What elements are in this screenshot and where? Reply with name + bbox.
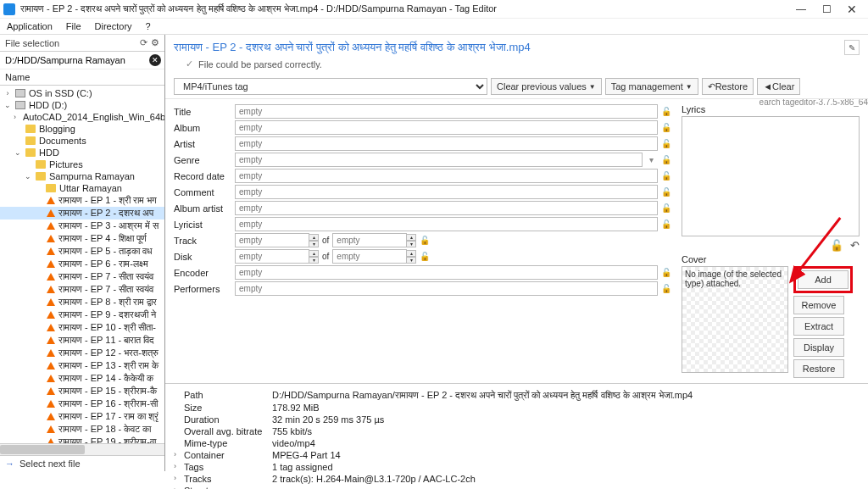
maximize-button[interactable]: ☐: [814, 1, 839, 18]
tree-item[interactable]: ⌄HDD: [0, 147, 164, 158]
minimize-button[interactable]: —: [788, 1, 814, 18]
tree-item[interactable]: रामायण - EP 12 - भरत-शत्रु: [0, 347, 164, 359]
tree-item[interactable]: रामायण - EP 3 - आश्रम में स: [0, 219, 164, 232]
disk-total-input[interactable]: [332, 249, 407, 264]
cover-remove-button[interactable]: Remove: [793, 296, 844, 314]
album-input[interactable]: [235, 120, 658, 135]
file-tree[interactable]: ›OS in SSD (C:)⌄HDD (D:)›AutoCAD_2014_En…: [0, 86, 164, 443]
edit-title-button[interactable]: ✎: [844, 40, 860, 55]
select-next-file[interactable]: →Select next file: [0, 455, 164, 471]
artist-input[interactable]: [235, 136, 658, 151]
tree-item[interactable]: रामायण - EP 9 - दशरथजी ने: [0, 308, 164, 321]
encoder-input[interactable]: [235, 265, 658, 280]
menu-help[interactable]: ?: [146, 21, 151, 31]
tree-item[interactable]: रामायण - EP 1 - श्री राम भग: [0, 194, 164, 207]
cover-restore-button[interactable]: Restore: [793, 359, 844, 378]
check-icon: ✓: [186, 58, 193, 69]
tree-item[interactable]: रामायण - EP 18 - केवट का: [0, 423, 164, 436]
tag-management-button[interactable]: Tag management▼: [605, 78, 698, 95]
tag-type-select[interactable]: MP4/iTunes tag: [174, 78, 487, 95]
track-input[interactable]: [235, 233, 309, 247]
app-icon: [3, 3, 15, 15]
close-button[interactable]: ✕: [839, 1, 865, 18]
tree-item[interactable]: रामायण - EP 17 - राम का श्रृं: [0, 410, 164, 423]
tree-item[interactable]: रामायण - EP 11 - बारात विद: [0, 334, 164, 347]
disk-input[interactable]: [235, 249, 309, 264]
menubar: Application File Directory ?: [0, 19, 868, 35]
cover-display-button[interactable]: Display: [793, 338, 844, 357]
recdate-input[interactable]: [235, 169, 658, 183]
lock-icon[interactable]: 🔓: [830, 239, 843, 252]
file-title: रामायण - EP 2 - दशरथ अपने चारों पुत्रों …: [174, 41, 844, 54]
restore-button[interactable]: ↶ Restore: [702, 78, 754, 95]
clear-path-icon[interactable]: ✕: [149, 54, 161, 66]
undo-icon[interactable]: ↶: [850, 239, 860, 252]
h-scrollbar[interactable]: [0, 443, 164, 455]
parse-status: ✓ File could be parsed correctly.: [165, 58, 868, 75]
menu-directory[interactable]: Directory: [95, 21, 132, 31]
name-column-header[interactable]: Name: [0, 69, 164, 86]
tree-item[interactable]: ⌄HDD (D:): [0, 99, 164, 111]
performers-input[interactable]: [235, 281, 658, 296]
tree-item[interactable]: ›AutoCAD_2014_English_Win_64b: [0, 111, 164, 123]
tree-item[interactable]: रामायण - EP 5 - ताड़का वध: [0, 245, 164, 258]
tree-item[interactable]: रामायण - EP 8 - श्री राम द्वार: [0, 296, 164, 308]
tree-item[interactable]: रामायण - EP 19 - श्रीराम-वा: [0, 436, 164, 443]
clear-previous-button[interactable]: Clear previous values▼: [491, 78, 602, 95]
titlebar: रामायण - EP 2 - दशरथ अपने चारों पुत्रों …: [0, 0, 868, 19]
tree-item[interactable]: रामायण - EP 13 - श्री राम के: [0, 359, 164, 372]
albumartist-input[interactable]: [235, 201, 658, 215]
tree-item[interactable]: रामायण - EP 7 - सीता स्वयंव: [0, 270, 164, 283]
tree-item[interactable]: ›OS in SSD (C:): [0, 87, 164, 99]
title-input[interactable]: [235, 104, 658, 119]
path-input[interactable]: [3, 53, 147, 67]
cover-add-button[interactable]: Add: [798, 270, 849, 289]
tree-item[interactable]: Pictures: [0, 158, 164, 170]
cover-extract-button[interactable]: Extract: [793, 317, 844, 336]
tree-item[interactable]: रामायण - EP 10 - श्री सीता-: [0, 321, 164, 334]
tree-item[interactable]: रामायण - EP 16 - श्रीराम-सी: [0, 397, 164, 410]
lyrics-box[interactable]: [682, 116, 860, 236]
comment-input[interactable]: [235, 185, 658, 199]
tree-item[interactable]: Blogging: [0, 123, 164, 135]
lyricist-input[interactable]: [235, 217, 658, 231]
tree-item[interactable]: रामायण - EP 14 - कैकेयी क: [0, 372, 164, 385]
tree-item[interactable]: रामायण - EP 4 - शिक्षा पूर्ण: [0, 232, 164, 245]
lyrics-label: Lyrics: [682, 104, 860, 114]
clear-button[interactable]: ◄ Clear: [757, 78, 800, 95]
menu-file[interactable]: File: [66, 21, 81, 31]
tree-item[interactable]: रामायण - EP 7 - सीता स्वयंव: [0, 283, 164, 296]
track-total-input[interactable]: [332, 233, 407, 247]
refresh-icon[interactable]: ⟳: [140, 37, 147, 47]
filter-icon[interactable]: ⚙: [151, 37, 159, 47]
cover-preview: No image (of the selected type) attached…: [682, 266, 788, 373]
cover-label: Cover: [682, 254, 860, 264]
tree-item[interactable]: Uttar Ramayan: [0, 182, 164, 194]
file-details: PathD:/HDD/Sampurna Ramayan/रामायण - EP …: [165, 383, 868, 489]
sidebar: File selection ⟳⚙ ✕ Name ›OS in SSD (C:)…: [0, 35, 165, 471]
tree-item[interactable]: रामायण - EP 15 - श्रीराम-कै: [0, 385, 164, 397]
tree-item[interactable]: Documents: [0, 135, 164, 147]
window-title: रामायण - EP 2 - दशरथ अपने चारों पुत्रों …: [20, 3, 788, 14]
genre-input[interactable]: [235, 153, 643, 167]
tree-item[interactable]: रामायण - EP 2 - दशरथ अप: [0, 207, 164, 219]
sidebar-header: File selection ⟳⚙: [0, 35, 164, 52]
tree-item[interactable]: रामायण - EP 6 - राम-लक्ष्म: [0, 258, 164, 270]
tree-item[interactable]: ⌄Sampurna Ramayan: [0, 170, 164, 182]
menu-application[interactable]: Application: [7, 21, 53, 31]
